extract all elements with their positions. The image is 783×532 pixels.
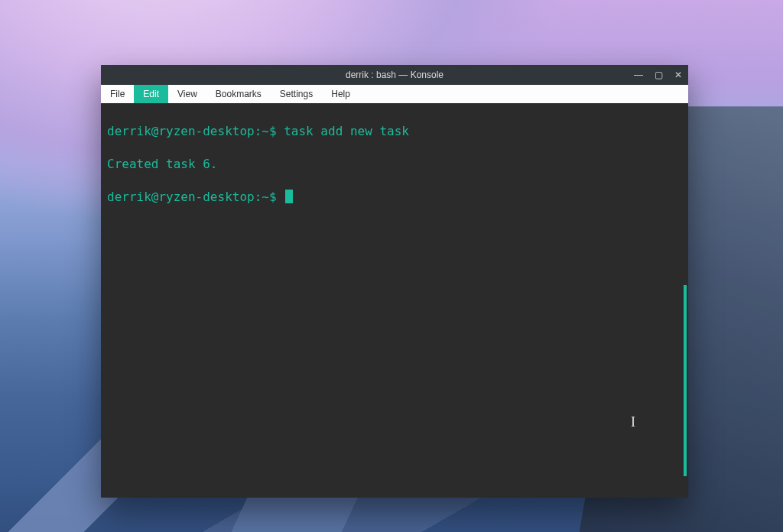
shell-prompt: derrik@ryzen-desktop:~$ (107, 190, 277, 204)
window-controls: — ▢ ✕ (633, 65, 684, 85)
shell-command: task add new task (284, 124, 409, 138)
terminal-viewport[interactable]: derrik@ryzen-desktop:~$ task add new tas… (101, 103, 688, 498)
menubar: File Edit View Bookmarks Settings Help (101, 85, 688, 103)
terminal-cursor (285, 190, 293, 203)
scrollbar-track[interactable] (684, 109, 687, 491)
minimize-button[interactable]: — (633, 70, 644, 80)
terminal-line: derrik@ryzen-desktop:~$ task add new tas… (107, 123, 682, 140)
menu-edit[interactable]: Edit (134, 85, 168, 103)
menu-label: Edit (143, 89, 159, 99)
menu-help[interactable]: Help (322, 85, 359, 103)
close-button[interactable]: ✕ (673, 70, 684, 80)
menu-settings[interactable]: Settings (271, 85, 322, 103)
window-title: derrik : bash — Konsole (346, 70, 443, 80)
menu-view[interactable]: View (168, 85, 206, 103)
shell-prompt: derrik@ryzen-desktop:~$ (107, 124, 277, 138)
menu-label: Settings (280, 89, 313, 99)
shell-output: Created task 6. (107, 157, 218, 171)
menu-label: Help (331, 89, 350, 99)
menu-label: Bookmarks (216, 89, 262, 99)
text-cursor-ibeam-icon: I (631, 413, 635, 431)
menu-label: File (110, 89, 125, 99)
terminal-line: Created task 6. (107, 156, 682, 173)
maximize-button[interactable]: ▢ (653, 70, 664, 80)
scrollbar-thumb[interactable] (684, 285, 687, 476)
konsole-window: derrik : bash — Konsole — ▢ ✕ File Edit … (101, 65, 688, 498)
menu-file[interactable]: File (101, 85, 134, 103)
menu-label: View (177, 89, 197, 99)
window-titlebar[interactable]: derrik : bash — Konsole — ▢ ✕ (101, 65, 688, 85)
terminal-line: derrik@ryzen-desktop:~$ (107, 189, 682, 206)
menu-bookmarks[interactable]: Bookmarks (206, 85, 271, 103)
desktop-background: derrik : bash — Konsole — ▢ ✕ File Edit … (0, 0, 783, 532)
